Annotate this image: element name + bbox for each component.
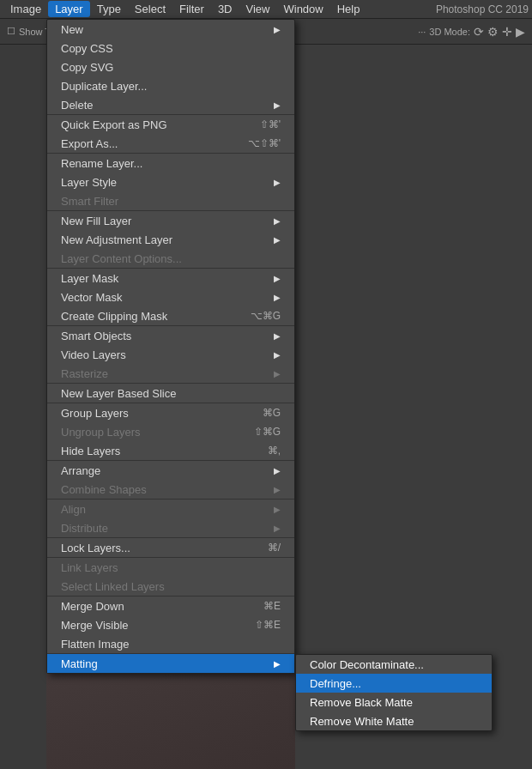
matting-remove-white-matte[interactable]: Remove White Matte — [296, 711, 492, 730]
menu-rasterize: Rasterize ▶ — [47, 364, 294, 383]
matting-color-decontaminate[interactable]: Color Decontaminate... — [296, 655, 492, 674]
layer-menu: New ▶ Copy CSS Copy SVG Duplicate Layer.… — [46, 19, 295, 674]
menu-layer-mask[interactable]: Layer Mask ▶ — [47, 269, 294, 288]
rotate-icon[interactable]: ⟳ — [474, 25, 484, 39]
menu-layer[interactable]: Layer — [48, 1, 90, 17]
menu-type[interactable]: Type — [90, 1, 128, 17]
menu-duplicate-layer[interactable]: Duplicate Layer... — [47, 76, 294, 95]
menu-delete[interactable]: Delete ▶ — [47, 95, 294, 114]
menu-rename-layer[interactable]: Rename Layer... — [47, 154, 294, 173]
video-icon[interactable]: ▶ — [516, 25, 525, 39]
menu-section-9: Arrange ▶ Combine Shapes ▶ — [47, 461, 294, 500]
menu-section-14: Matting ▶ Color Decontaminate... Defring… — [47, 654, 294, 673]
menu-bar: Image Layer Type Select Filter 3D View W… — [0, 0, 532, 19]
matting-remove-black-matte[interactable]: Remove Black Matte — [296, 693, 492, 711]
menu-section-2: Quick Export as PNG ⇧⌘' Export As... ⌥⇧⌘… — [47, 115, 294, 154]
matting-defringe[interactable]: Defringe... — [296, 674, 492, 693]
menu-flatten-image[interactable]: Flatten Image — [47, 634, 294, 653]
menu-copy-svg[interactable]: Copy SVG — [47, 58, 294, 76]
menu-merge-visible[interactable]: Merge Visible ⇧⌘E — [47, 615, 294, 634]
menu-section-6: Smart Objects ▶ Video Layers ▶ Rasterize… — [47, 326, 294, 384]
menu-new-fill-layer[interactable]: New Fill Layer ▶ — [47, 211, 294, 230]
menu-smart-objects[interactable]: Smart Objects ▶ — [47, 326, 294, 345]
menu-video-layers[interactable]: Video Layers ▶ — [47, 345, 294, 364]
menu-align: Align ▶ — [47, 500, 294, 518]
menu-layer-style[interactable]: Layer Style ▶ — [47, 173, 294, 191]
menu-ungroup-layers: Ungroup Layers ⇧⌘G — [47, 422, 294, 441]
menu-link-layers: Link Layers — [47, 558, 294, 577]
menu-vector-mask[interactable]: Vector Mask ▶ — [47, 288, 294, 306]
settings-icon[interactable]: ⚙ — [487, 25, 499, 39]
menu-new-layer-based-slice[interactable]: New Layer Based Slice — [47, 384, 294, 403]
menu-combine-shapes: Combine Shapes ▶ — [47, 480, 294, 499]
menu-section-7: New Layer Based Slice — [47, 384, 294, 403]
menu-section-8: Group Layers ⌘G Ungroup Layers ⇧⌘G Hide … — [47, 403, 294, 461]
3d-mode-label: 3D Mode: — [429, 27, 470, 37]
left-sidebar — [0, 45, 46, 769]
toolbar-dots: ··· — [418, 27, 426, 37]
menu-section-10: Align ▶ Distribute ▶ — [47, 500, 294, 538]
menu-section-13: Merge Down ⌘E Merge Visible ⇧⌘E Flatten … — [47, 596, 294, 654]
menu-section-1: New ▶ Copy CSS Copy SVG Duplicate Layer.… — [47, 20, 294, 115]
menu-group-layers[interactable]: Group Layers ⌘G — [47, 403, 294, 422]
menu-filter[interactable]: Filter — [172, 1, 211, 17]
menu-section-4: New Fill Layer ▶ New Adjustment Layer ▶ … — [47, 211, 294, 269]
menu-select[interactable]: Select — [128, 1, 172, 17]
menu-help[interactable]: Help — [330, 1, 367, 17]
matting-submenu: Color Decontaminate... Defringe... Remov… — [295, 654, 493, 731]
menu-distribute: Distribute ▶ — [47, 518, 294, 537]
menu-view[interactable]: View — [239, 1, 277, 17]
menu-section-12: Link Layers Select Linked Layers — [47, 558, 294, 596]
menu-copy-css[interactable]: Copy CSS — [47, 39, 294, 58]
menu-export-as[interactable]: Export As... ⌥⇧⌘' — [47, 134, 294, 153]
menu-window[interactable]: Window — [276, 1, 329, 17]
menu-arrange[interactable]: Arrange ▶ — [47, 461, 294, 480]
menu-3d[interactable]: 3D — [211, 1, 239, 17]
menu-new-adjustment-layer[interactable]: New Adjustment Layer ▶ — [47, 230, 294, 249]
toolbar-checkbox[interactable]: ☐ — [7, 26, 15, 37]
app-title: Photoshop CC 2019 — [436, 3, 529, 15]
menu-select-linked-layers: Select Linked Layers — [47, 577, 294, 596]
menu-quick-export[interactable]: Quick Export as PNG ⇧⌘' — [47, 115, 294, 134]
menu-matting[interactable]: Matting ▶ Color Decontaminate... Defring… — [47, 654, 294, 673]
menu-section-3: Rename Layer... Layer Style ▶ Smart Filt… — [47, 154, 294, 211]
menu-hide-layers[interactable]: Hide Layers ⌘, — [47, 441, 294, 460]
toolbar-icons: ⟳ ⚙ ✛ ▶ — [474, 25, 525, 39]
menu-merge-down[interactable]: Merge Down ⌘E — [47, 596, 294, 615]
menu-create-clipping-mask[interactable]: Create Clipping Mask ⌥⌘G — [47, 306, 294, 325]
menu-image[interactable]: Image — [3, 1, 48, 17]
menu-section-11: Lock Layers... ⌘/ — [47, 538, 294, 558]
pan-icon[interactable]: ✛ — [502, 25, 512, 39]
menu-section-5: Layer Mask ▶ Vector Mask ▶ Create Clippi… — [47, 269, 294, 326]
menu-layer-content-options: Layer Content Options... — [47, 249, 294, 268]
menu-smart-filter: Smart Filter — [47, 191, 294, 210]
menu-lock-layers[interactable]: Lock Layers... ⌘/ — [47, 538, 294, 557]
menu-new[interactable]: New ▶ — [47, 20, 294, 39]
